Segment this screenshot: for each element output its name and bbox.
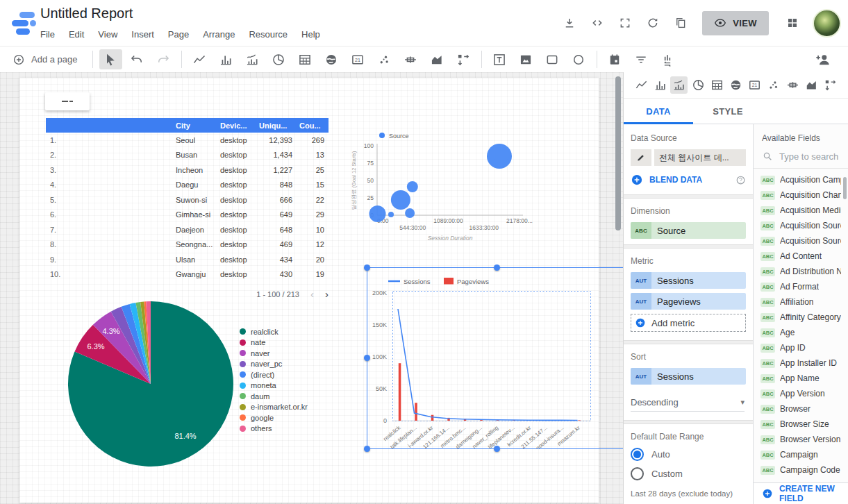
field-item[interactable]: ABC Affiliation bbox=[754, 294, 848, 310]
panel-tool-combo-chart[interactable] bbox=[670, 76, 688, 94]
tool-image[interactable] bbox=[515, 49, 538, 69]
copy-button[interactable] bbox=[669, 12, 692, 35]
download-button[interactable] bbox=[558, 12, 581, 35]
panel-tool-scatter-chart[interactable] bbox=[765, 76, 782, 94]
menu-arrange[interactable]: Arrange bbox=[203, 29, 235, 40]
avatar[interactable] bbox=[813, 9, 841, 37]
metric-chip[interactable]: AUT Pageviews bbox=[631, 293, 746, 310]
create-new-field-button[interactable]: CREATE NEW FIELD bbox=[754, 482, 848, 504]
embed-code-button[interactable] bbox=[585, 12, 608, 35]
data-source-chip[interactable]: 전체 웹사이트 데... bbox=[654, 149, 746, 166]
tool-redo[interactable] bbox=[152, 49, 175, 69]
date-range-option-auto[interactable]: Auto bbox=[631, 448, 746, 461]
field-item[interactable]: ABC Acquisition Medium bbox=[754, 203, 848, 218]
tool-rectangle[interactable] bbox=[541, 49, 564, 69]
field-item[interactable]: ABC Acquisition Source / ... bbox=[754, 233, 848, 249]
resize-handle[interactable] bbox=[364, 264, 370, 271]
fields-scrollbar[interactable] bbox=[843, 177, 847, 199]
menu-resource[interactable]: Resource bbox=[249, 29, 288, 40]
field-item[interactable]: ABC Acquisition Source bbox=[754, 218, 848, 233]
date-range-option-custom[interactable]: Custom bbox=[631, 467, 746, 480]
field-item[interactable]: ABC Ad Distribution Netwo... bbox=[754, 264, 848, 279]
line-chart-selection[interactable]: SessionsPageviews200K150K100K50K0realcli… bbox=[367, 267, 623, 449]
report-title[interactable]: Untitled Report bbox=[40, 6, 133, 22]
tool-line-chart[interactable] bbox=[188, 49, 211, 69]
field-item[interactable]: ABC Browser bbox=[754, 401, 848, 417]
tool-data-control[interactable] bbox=[656, 49, 679, 69]
line-chart[interactable]: SessionsPageviews200K150K100K50K0realcli… bbox=[367, 268, 623, 448]
metric-chip[interactable]: AUT Sessions bbox=[631, 272, 746, 289]
field-item[interactable]: ABC App Installer ID bbox=[754, 355, 848, 371]
view-button[interactable]: VIEW bbox=[702, 11, 769, 35]
metric-chip[interactable]: AUT Sessions bbox=[631, 368, 746, 385]
blend-data-button[interactable]: BLEND DATA bbox=[631, 174, 746, 186]
field-item[interactable]: ABC Browser Version bbox=[754, 432, 848, 447]
panel-tool-pivot-table[interactable] bbox=[822, 76, 839, 94]
tool-area-chart[interactable] bbox=[426, 49, 449, 69]
tool-pie-chart[interactable] bbox=[267, 49, 290, 69]
tool-cursor[interactable] bbox=[99, 49, 122, 69]
datastudio-logo-icon[interactable] bbox=[11, 10, 38, 36]
resize-handle[interactable] bbox=[364, 355, 370, 361]
field-item[interactable]: ABC App Version bbox=[754, 386, 848, 401]
add-metric-button[interactable]: Add metric bbox=[631, 314, 746, 332]
field-item[interactable]: ABC Ad Content bbox=[754, 249, 848, 264]
menu-file[interactable]: File bbox=[40, 29, 55, 40]
resize-handle[interactable] bbox=[494, 446, 500, 452]
field-item[interactable]: ABC Ad Format bbox=[754, 279, 848, 294]
field-item[interactable]: ABC Age bbox=[754, 325, 848, 340]
tool-person-add[interactable] bbox=[811, 49, 834, 69]
tool-scatter-chart[interactable] bbox=[373, 49, 396, 69]
resize-handle[interactable] bbox=[364, 446, 370, 452]
tool-bar-chart[interactable] bbox=[215, 49, 238, 69]
bubble-chart[interactable]: Source02550751000:00544:30:001089:00:001… bbox=[346, 125, 554, 246]
table-chart[interactable]: CityDevic... Uniqu...Cou... 1. Seouldesk… bbox=[46, 118, 329, 300]
menu-insert[interactable]: Insert bbox=[131, 29, 154, 40]
sort-order-select[interactable]: Descending▾ bbox=[631, 393, 745, 412]
apps-grid-button[interactable] bbox=[781, 12, 804, 35]
menu-edit[interactable]: Edit bbox=[69, 29, 84, 40]
field-item[interactable]: ABC Campaign Code bbox=[754, 462, 848, 478]
tool-undo[interactable] bbox=[126, 49, 149, 69]
menu-page[interactable]: Page bbox=[168, 29, 189, 40]
refresh-button[interactable] bbox=[641, 12, 664, 35]
tool-scorecard[interactable]: 21 bbox=[347, 49, 369, 69]
tool-pivot-table[interactable] bbox=[452, 49, 475, 69]
panel-tool-area-chart[interactable] bbox=[803, 76, 820, 94]
report-canvas[interactable]: CityDevic... Uniqu...Cou... 1. Seouldesk… bbox=[0, 72, 623, 504]
menu-view[interactable]: View bbox=[98, 29, 117, 40]
tab-style[interactable]: STYLE bbox=[693, 99, 763, 124]
resize-handle[interactable] bbox=[494, 264, 500, 271]
panel-tool-pie-chart[interactable] bbox=[690, 76, 707, 94]
tool-geo-chart[interactable] bbox=[320, 49, 343, 69]
tool-date-range[interactable] bbox=[604, 49, 626, 69]
field-item[interactable]: ABC Acquisition Channel bbox=[754, 187, 848, 203]
pie-chart[interactable]: 81.4%6.3%4.3% bbox=[67, 301, 234, 467]
chevron-left-icon[interactable]: ‹ bbox=[310, 288, 314, 300]
tool-table-chart[interactable] bbox=[294, 49, 317, 69]
panel-tool-bar-chart[interactable] bbox=[651, 76, 669, 94]
field-item[interactable]: ABC Acquisition Campaign bbox=[754, 172, 848, 187]
edit-data-source-button[interactable] bbox=[631, 149, 651, 166]
panel-tool-scorecard[interactable]: 21 bbox=[746, 76, 763, 94]
field-item[interactable]: ABC App ID bbox=[754, 340, 848, 355]
chevron-right-icon[interactable]: › bbox=[325, 288, 329, 300]
field-item[interactable]: ABC Campaign bbox=[754, 447, 848, 462]
panel-tool-bullet-chart[interactable] bbox=[784, 76, 801, 94]
tool-combo-chart[interactable] bbox=[241, 49, 264, 69]
canvas-scrollbar[interactable] bbox=[615, 76, 621, 230]
field-item[interactable]: ABC Browser Size bbox=[754, 417, 848, 432]
field-item[interactable]: ABC Affinity Category (reac... bbox=[754, 310, 848, 325]
tool-text-box[interactable] bbox=[488, 49, 511, 69]
field-search-input[interactable]: Type to search bbox=[754, 151, 848, 169]
help-icon[interactable] bbox=[735, 175, 746, 185]
menu-help[interactable]: Help bbox=[301, 29, 320, 40]
tool-circle[interactable] bbox=[567, 49, 590, 69]
field-item[interactable]: ABC App Name bbox=[754, 371, 848, 386]
fullscreen-button[interactable] bbox=[613, 12, 636, 35]
panel-tool-line-chart[interactable] bbox=[633, 76, 650, 94]
canvas-mini-control[interactable] bbox=[45, 92, 90, 110]
tab-data[interactable]: DATA bbox=[624, 99, 693, 124]
tool-bullet-chart[interactable] bbox=[399, 49, 422, 69]
panel-tool-table-chart[interactable] bbox=[708, 76, 726, 94]
